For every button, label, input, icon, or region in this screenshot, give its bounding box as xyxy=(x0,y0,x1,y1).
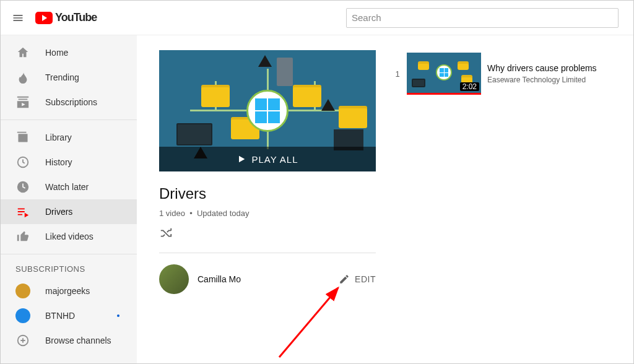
thumbsup-icon xyxy=(15,229,30,244)
sidebar-label: Trending xyxy=(45,72,79,82)
sidebar-label: Subscriptions xyxy=(45,97,97,107)
edit-label: EDIT xyxy=(355,274,376,284)
plus-circle-icon xyxy=(15,333,30,348)
sidebar-label: Home xyxy=(45,48,68,58)
youtube-logo[interactable]: YouTube xyxy=(35,11,97,24)
playlist-video-item[interactable]: 1 2:02 Why drivers cause problems Easewa… xyxy=(391,50,619,97)
sidebar-item-library[interactable]: Library xyxy=(1,125,137,150)
sidebar-item-trending[interactable]: Trending xyxy=(1,65,137,90)
hamburger-menu[interactable] xyxy=(11,11,25,25)
item-index: 1 xyxy=(391,69,404,79)
duration-badge: 2:02 xyxy=(460,82,479,91)
sidebar-item-watchlater[interactable]: Watch later xyxy=(1,175,137,199)
subscriptions-icon xyxy=(15,95,30,110)
shuffle-button[interactable] xyxy=(159,227,173,240)
sidebar-label: Liked videos xyxy=(45,232,93,241)
sidebar-item-subscriptions[interactable]: Subscriptions xyxy=(1,90,137,115)
playlist-title: Drivers xyxy=(159,185,376,202)
play-all-label: PLAY ALL xyxy=(251,154,298,165)
sidebar-sub-btnhd[interactable]: BTNHD xyxy=(1,303,137,328)
subscriptions-header: Subscriptions xyxy=(1,259,137,279)
sidebar-label: Drivers xyxy=(45,207,72,217)
sidebar-label: Library xyxy=(45,132,72,142)
playlist-hero-thumbnail[interactable]: PLAY ALL xyxy=(159,50,376,171)
main-content: PLAY ALL Drivers 1 video • Updated today… xyxy=(137,35,633,364)
pencil-icon xyxy=(339,274,350,285)
sidebar-item-home[interactable]: Home xyxy=(1,40,137,65)
sidebar-label: History xyxy=(45,157,72,167)
library-icon xyxy=(15,130,30,145)
video-channel: Easeware Technology Limited xyxy=(487,76,597,84)
sidebar-label: Watch later xyxy=(45,182,89,192)
sidebar: Home Trending Subscriptions Library Hist… xyxy=(1,35,137,364)
sidebar-item-history[interactable]: History xyxy=(1,150,137,175)
sidebar-label: Browse channels xyxy=(45,336,111,345)
sidebar-item-liked[interactable]: Liked videos xyxy=(1,224,137,249)
play-icon xyxy=(237,154,246,164)
channel-avatar xyxy=(15,308,30,323)
search-input[interactable] xyxy=(346,8,619,28)
home-icon xyxy=(15,45,30,60)
sidebar-browse-channels[interactable]: Browse channels xyxy=(1,328,137,353)
channel-avatar xyxy=(15,284,30,298)
logo-text: YouTube xyxy=(55,11,97,24)
shuffle-icon xyxy=(159,227,173,240)
owner-name[interactable]: Camilla Mo xyxy=(198,274,241,284)
playlist-icon xyxy=(15,204,30,219)
sidebar-label: BTNHD xyxy=(45,311,75,321)
video-title: Why drivers cause problems xyxy=(487,63,597,73)
playlist-meta: 1 video • Updated today xyxy=(159,209,376,218)
history-icon xyxy=(15,155,30,170)
play-all-button[interactable]: PLAY ALL xyxy=(159,147,376,171)
edit-button[interactable]: EDIT xyxy=(339,274,376,285)
owner-avatar[interactable] xyxy=(159,264,189,294)
sidebar-item-drivers-playlist[interactable]: Drivers xyxy=(1,199,137,224)
sidebar-label: majorgeeks xyxy=(45,286,90,296)
trending-icon xyxy=(15,70,30,85)
video-thumbnail[interactable]: 2:02 xyxy=(407,53,481,95)
sidebar-sub-majorgeeks[interactable]: majorgeeks xyxy=(1,279,137,303)
clock-icon xyxy=(15,180,30,194)
new-content-dot xyxy=(117,314,119,317)
